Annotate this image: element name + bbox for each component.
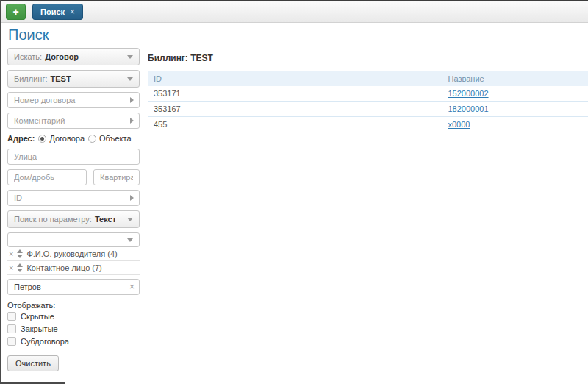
street-wrap xyxy=(7,149,140,165)
results-table: ID Название 353171 152000002 353167 1820… xyxy=(148,71,588,132)
chevron-right-icon xyxy=(130,118,134,124)
window-frame-left xyxy=(0,0,1,384)
search-form: Искать: Договор Биллинг: TEST Адрес: Дог… xyxy=(7,48,140,371)
cell-id: 353167 xyxy=(148,102,442,117)
clear-button[interactable]: Очистить xyxy=(7,355,59,371)
address-option-contract-label: Договора xyxy=(49,134,85,143)
checkbox-icon[interactable] xyxy=(7,312,16,321)
checkbox-closed[interactable]: Закрытые xyxy=(7,324,140,333)
chevron-down-icon xyxy=(127,218,133,221)
billing-label: Биллинг: xyxy=(14,74,48,83)
param-item[interactable]: × Контактное лицо (7) xyxy=(7,261,140,275)
param-item[interactable]: × Ф.И.О. руководителя (4) xyxy=(7,247,140,261)
checkbox-hidden[interactable]: Скрытые xyxy=(7,312,140,321)
billing-value: TEST xyxy=(51,74,71,83)
address-option-object[interactable]: Объекта xyxy=(88,134,131,143)
tab-close-icon[interactable]: × xyxy=(70,7,75,17)
window-frame-top xyxy=(0,0,588,1)
flat-input[interactable] xyxy=(93,169,140,185)
search-type-label: Искать: xyxy=(14,52,42,61)
chevron-down-icon xyxy=(127,238,133,242)
address-option-object-label: Объекта xyxy=(99,134,131,143)
house-input[interactable] xyxy=(7,169,87,185)
checkbox-subcontracts[interactable]: Субдоговора xyxy=(7,337,140,346)
display-label: Отображать: xyxy=(7,301,140,310)
cell-id: 353171 xyxy=(148,86,442,102)
param-value-input[interactable] xyxy=(7,279,140,295)
remove-icon[interactable]: × xyxy=(9,264,13,272)
search-type-value: Договор xyxy=(45,52,79,61)
param-add-select[interactable] xyxy=(7,232,140,247)
address-option-contract[interactable]: Договора xyxy=(38,134,85,143)
add-tab-button[interactable]: + xyxy=(6,4,26,20)
table-row: 353167 182000001 xyxy=(148,102,588,117)
page-title: Поиск xyxy=(8,26,49,43)
param-search-value: Текст xyxy=(95,215,116,224)
chevron-right-icon xyxy=(130,195,134,201)
cell-id: 455 xyxy=(148,117,442,132)
billing-select[interactable]: Биллинг: TEST xyxy=(7,70,140,88)
tab-bar: + Поиск × xyxy=(1,1,588,23)
contract-number-input[interactable] xyxy=(7,92,140,108)
sort-arrows-icon[interactable] xyxy=(17,249,23,258)
id-wrap xyxy=(7,190,140,206)
radio-unselected-icon[interactable] xyxy=(88,135,96,143)
checkbox-icon[interactable] xyxy=(7,324,16,333)
checkbox-subcontracts-label: Субдоговора xyxy=(21,337,69,346)
address-radio-group: Адрес: Договора Объекта xyxy=(7,134,140,143)
param-search-select[interactable]: Поиск по параметру: Текст xyxy=(7,210,140,228)
checkbox-icon[interactable] xyxy=(7,337,16,346)
table-row: 455 x0000 xyxy=(148,117,588,132)
chevron-right-icon xyxy=(130,97,134,103)
results-title: Биллинг: TEST xyxy=(148,53,588,63)
contract-link[interactable]: 152000002 xyxy=(448,89,489,98)
id-input[interactable] xyxy=(7,190,140,206)
checkbox-closed-label: Закрытые xyxy=(21,324,58,333)
param-search-label: Поиск по параметру: xyxy=(14,215,92,224)
tab-search[interactable]: Поиск × xyxy=(32,4,83,20)
chevron-down-icon xyxy=(127,55,133,59)
contract-link[interactable]: x0000 xyxy=(448,120,470,129)
param-value-wrap: × xyxy=(7,279,140,295)
tab-search-label: Поиск xyxy=(40,7,65,16)
contract-link[interactable]: 182000001 xyxy=(448,104,489,113)
contract-number-wrap xyxy=(7,92,140,108)
param-item-label: Контактное лицо (7) xyxy=(26,263,101,272)
checkbox-hidden-label: Скрытые xyxy=(21,312,54,321)
clear-input-icon[interactable]: × xyxy=(129,282,135,291)
param-item-label: Ф.И.О. руководителя (4) xyxy=(26,249,117,258)
table-row: 353171 152000002 xyxy=(148,86,588,102)
remove-icon[interactable]: × xyxy=(9,250,13,258)
chevron-down-icon xyxy=(127,77,133,81)
column-header-name: Название xyxy=(442,71,588,86)
house-flat-row xyxy=(7,169,140,185)
street-input[interactable] xyxy=(7,149,140,165)
radio-selected-icon[interactable] xyxy=(38,135,46,143)
results-panel: Биллинг: TEST ID Название 353171 1520000… xyxy=(148,53,588,132)
table-header-row: ID Название xyxy=(148,71,588,86)
column-header-id: ID xyxy=(148,71,442,86)
sort-arrows-icon[interactable] xyxy=(17,263,23,272)
comment-wrap xyxy=(7,113,140,129)
search-type-select[interactable]: Искать: Договор xyxy=(7,48,140,65)
comment-input[interactable] xyxy=(7,113,140,129)
address-label: Адрес: xyxy=(7,134,35,143)
